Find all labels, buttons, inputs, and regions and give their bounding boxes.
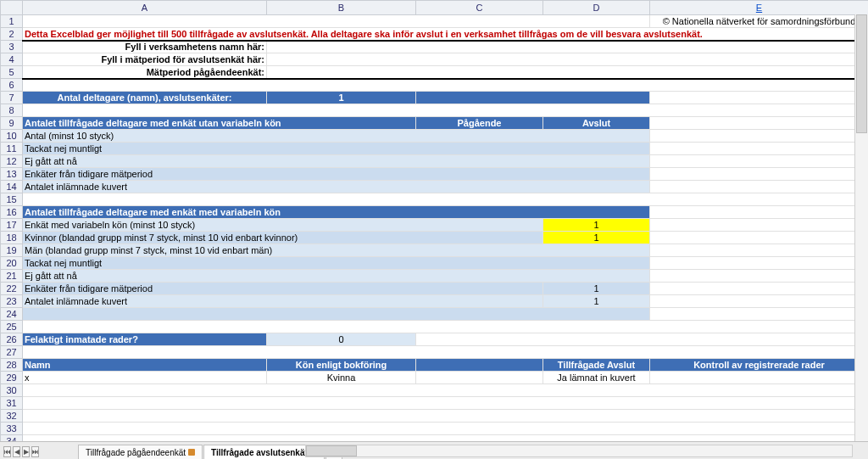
vscroll-thumb[interactable] bbox=[856, 14, 867, 133]
row-18[interactable]: 18 bbox=[1, 232, 23, 244]
row-20[interactable]: 20 bbox=[1, 257, 23, 270]
tab-nav-next[interactable]: ▶ bbox=[22, 446, 30, 457]
vertical-scrollbar[interactable] bbox=[854, 14, 868, 441]
row-12[interactable]: 12 bbox=[1, 155, 23, 168]
warning-text: Detta Excelblad ger möjlighet till 500 t… bbox=[25, 29, 703, 39]
row-9[interactable]: 9 bbox=[1, 117, 23, 130]
row-14[interactable]: 14 bbox=[1, 181, 23, 193]
tab-nav-first[interactable]: ⏮ bbox=[3, 446, 11, 457]
lock-icon bbox=[188, 449, 195, 456]
row-4[interactable]: 4 bbox=[1, 53, 23, 66]
row-22[interactable]: 22 bbox=[1, 283, 23, 295]
row-10[interactable]: 10 bbox=[1, 130, 23, 143]
row-21[interactable]: 21 bbox=[1, 270, 23, 283]
row-25[interactable]: 25 bbox=[1, 321, 23, 333]
row-32[interactable]: 32 bbox=[1, 410, 23, 423]
row-13[interactable]: 13 bbox=[1, 168, 23, 181]
col-D[interactable]: D bbox=[543, 1, 650, 15]
row-17[interactable]: 17 bbox=[1, 219, 23, 232]
column-headers-row: A B C D E bbox=[1, 1, 869, 15]
sheet-tab-bar: ⏮ ◀ ▶ ⏭ Tillfrågade pågåendeenkät Tillfr… bbox=[0, 441, 868, 459]
tab-nav-prev[interactable]: ◀ bbox=[13, 446, 20, 457]
row-1[interactable]: 1 bbox=[1, 15, 23, 28]
horizontal-scrollbar[interactable] bbox=[305, 445, 853, 457]
row-19[interactable]: 19 bbox=[1, 244, 23, 257]
row-6[interactable]: 6 bbox=[1, 79, 23, 92]
row-31[interactable]: 31 bbox=[1, 397, 23, 410]
row-3[interactable]: 3 bbox=[1, 41, 23, 53]
row-5[interactable]: 5 bbox=[1, 66, 23, 79]
row-27[interactable]: 27 bbox=[1, 346, 23, 359]
row-28[interactable]: 28 bbox=[1, 359, 23, 372]
tab-nav-last[interactable]: ⏭ bbox=[31, 446, 39, 457]
row-23[interactable]: 23 bbox=[1, 295, 23, 308]
col-E[interactable]: E bbox=[650, 1, 869, 15]
row-16[interactable]: 16 bbox=[1, 206, 23, 219]
row-2[interactable]: 2 bbox=[1, 28, 23, 41]
spreadsheet-grid[interactable]: A B C D E 1 © Nationella nätverket för s… bbox=[0, 0, 868, 459]
hscroll-thumb[interactable] bbox=[306, 445, 357, 456]
footer-link[interactable]: © Nationella nätverket för samordningsfö… bbox=[650, 15, 869, 28]
row-30[interactable]: 30 bbox=[1, 384, 23, 397]
row-15[interactable]: 15 bbox=[1, 193, 23, 206]
col-C[interactable]: C bbox=[416, 1, 543, 15]
row-26[interactable]: 26 bbox=[1, 333, 23, 346]
row-29[interactable]: 29 bbox=[1, 372, 23, 384]
sheet-tab-pagaende[interactable]: Tillfrågade pågåendeenkät bbox=[78, 445, 203, 459]
row-33[interactable]: 33 bbox=[1, 423, 23, 435]
row-8[interactable]: 8 bbox=[1, 104, 23, 117]
row-24[interactable]: 24 bbox=[1, 308, 23, 321]
select-all-corner[interactable] bbox=[1, 1, 23, 15]
row-11[interactable]: 11 bbox=[1, 143, 23, 155]
col-B[interactable]: B bbox=[267, 1, 416, 15]
col-A[interactable]: A bbox=[23, 1, 267, 15]
row-7[interactable]: 7 bbox=[1, 92, 23, 104]
